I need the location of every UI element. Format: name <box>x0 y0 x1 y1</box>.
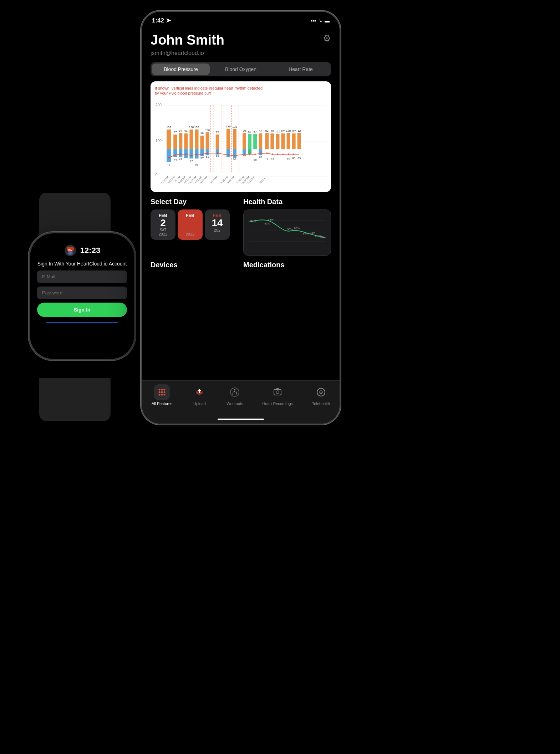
select-day-section: Select Day FEB 2 SAT 2022 FEB 13 <box>151 198 238 256</box>
svg-text:93: 93 <box>233 158 236 161</box>
blood-pressure-chart: If shown, vertical lines indicate irregu… <box>151 81 331 192</box>
nav-workouts-label: Workouts <box>226 401 243 406</box>
svg-text:63: 63 <box>297 157 301 160</box>
svg-text:98: 98 <box>195 163 198 167</box>
svg-text:129: 129 <box>281 130 286 133</box>
cal-year-selected: 2022 <box>182 232 198 236</box>
svg-rect-50 <box>226 149 230 157</box>
svg-point-97 <box>217 153 218 154</box>
svg-point-148 <box>234 389 235 390</box>
svg-text:85%: 85% <box>303 232 309 235</box>
phone-side-button <box>340 83 341 112</box>
svg-text:85: 85 <box>320 236 324 239</box>
tab-blood-oxygen[interactable]: Blood Oxygen <box>212 64 270 75</box>
svg-text:128: 128 <box>189 126 194 129</box>
svg-text:51: 51 <box>206 156 209 159</box>
svg-text:132: 132 <box>166 126 171 129</box>
home-indicator <box>218 419 264 420</box>
svg-rect-61 <box>248 149 251 154</box>
wifi-icon: ∿ <box>318 18 322 24</box>
health-chart-svg: 97% 93% 92% 90% 88% 85% 83% 83% 85 <box>247 213 327 252</box>
watch-time: 12:23 <box>80 246 100 255</box>
svg-point-143 <box>159 394 161 396</box>
cal-day-feb14[interactable]: FEB 14 202 <box>205 209 230 240</box>
svg-rect-52 <box>233 129 236 149</box>
svg-point-140 <box>159 391 161 393</box>
tab-blood-pressure[interactable]: Blood Pressure <box>152 64 210 75</box>
devices-title: Devices <box>151 261 238 269</box>
health-chart: 97% 93% 92% 90% 88% 85% 83% 83% 85 <box>243 209 331 256</box>
svg-point-94 <box>196 154 197 155</box>
svg-rect-60 <box>248 134 251 149</box>
watch-band-top <box>39 193 111 236</box>
svg-point-138 <box>161 389 163 391</box>
svg-text:80: 80 <box>287 157 290 161</box>
svg-rect-29 <box>189 130 193 149</box>
nav-telehealth[interactable]: Telehealth <box>312 384 330 406</box>
watch-signin-button[interactable]: Sign In <box>37 303 127 317</box>
svg-text:125: 125 <box>291 130 296 133</box>
watch-email-field[interactable] <box>37 270 127 283</box>
svg-rect-66 <box>259 133 262 149</box>
svg-text:12: 12 <box>297 129 301 132</box>
watch-password-field[interactable] <box>37 287 127 299</box>
svg-text:93%: 93% <box>268 218 274 221</box>
svg-rect-86 <box>297 133 301 149</box>
upload-icon <box>192 384 207 400</box>
tab-heart-rate[interactable]: Heart Rate <box>272 64 330 75</box>
cal-year-next: 202 <box>209 228 225 232</box>
nav-upload[interactable]: Upload <box>192 384 207 406</box>
svg-text:133: 133 <box>232 125 237 128</box>
svg-rect-80 <box>287 133 290 149</box>
health-data-title: Health Data <box>243 198 331 206</box>
nav-telehealth-label: Telehealth <box>312 401 330 406</box>
svg-rect-149 <box>274 389 281 395</box>
svg-point-90 <box>174 155 176 156</box>
bottom-nav: All Features Upload <box>142 380 340 416</box>
svg-text:0: 0 <box>156 173 158 177</box>
nav-workouts[interactable]: Workouts <box>226 384 243 406</box>
health-data-section: Health Data 97% 93% <box>243 198 331 256</box>
heartcloud-logo-icon <box>64 244 77 257</box>
svg-text:68: 68 <box>254 158 257 162</box>
svg-rect-83 <box>292 133 296 149</box>
svg-text:90%: 90% <box>287 228 293 231</box>
cal-day-name: SAT <box>155 228 171 232</box>
phone-content: John Smith jsmith@heartcloud.io ⚙ Blood … <box>142 24 340 380</box>
cal-day-feb13[interactable]: FEB 13 SUN 2022 <box>178 209 203 240</box>
svg-rect-70 <box>265 133 269 149</box>
svg-point-100 <box>244 154 245 155</box>
svg-text:83%: 83% <box>315 234 321 237</box>
medications-title: Medications <box>243 261 331 269</box>
watch-screen: 12:23 Sign In With Your HeartCloud.io Ac… <box>30 233 134 359</box>
svg-point-96 <box>207 153 208 154</box>
nav-all-features[interactable]: All Features <box>152 384 173 406</box>
cal-num-next: 14 <box>209 218 225 228</box>
nav-heart-recordings[interactable]: Heart Recordings <box>262 384 293 406</box>
telehealth-icon <box>313 384 329 400</box>
svg-text:55: 55 <box>216 155 219 158</box>
cal-num-selected: 13 <box>182 218 198 228</box>
settings-icon[interactable]: ⚙ <box>323 33 331 44</box>
svg-text:88%: 88% <box>294 227 300 230</box>
svg-text:73: 73 <box>271 157 274 161</box>
svg-point-102 <box>254 154 256 155</box>
svg-rect-23 <box>179 149 182 157</box>
status-time: 1:42 ➤ <box>152 17 171 24</box>
svg-point-103 <box>260 153 261 155</box>
svg-text:100: 100 <box>156 139 162 143</box>
cal-day-feb2[interactable]: FEB 2 SAT 2022 <box>151 209 175 240</box>
svg-text:81: 81 <box>259 130 262 133</box>
svg-text:80: 80 <box>243 129 246 132</box>
nav-upload-label: Upload <box>193 401 206 406</box>
svg-text:67: 67 <box>254 130 257 133</box>
svg-rect-41 <box>206 132 209 149</box>
svg-point-89 <box>168 157 169 159</box>
svg-text:92%: 92% <box>264 222 270 225</box>
tab-bar: Blood Pressure Blood Oxygen Heart Rate <box>151 62 331 76</box>
svg-text:67: 67 <box>248 130 251 133</box>
chart-note: If shown, vertical lines indicate irregu… <box>155 86 327 96</box>
svg-rect-78 <box>281 133 285 149</box>
svg-text:97%: 97% <box>250 219 256 222</box>
svg-rect-56 <box>243 133 246 149</box>
